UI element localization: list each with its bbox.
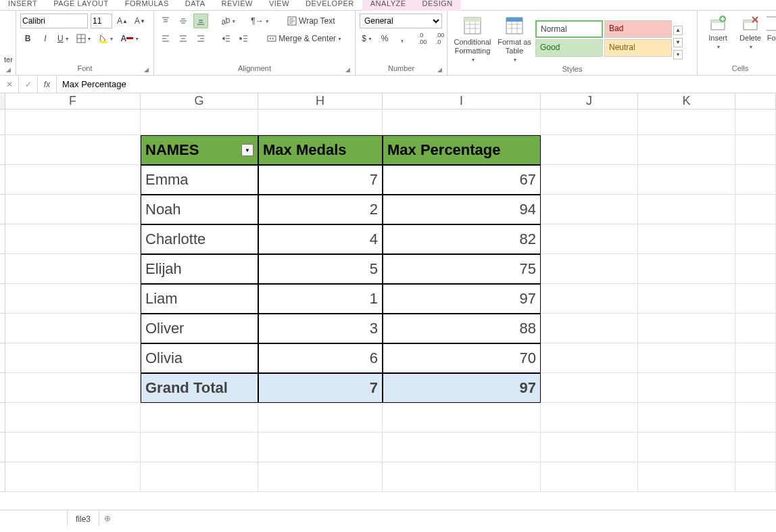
comma-format-icon[interactable]: ,	[395, 31, 410, 46]
tab-developer[interactable]: DEVELOPER	[297, 0, 362, 11]
pivot-cell[interactable]: 67	[383, 165, 541, 195]
tab-data[interactable]: DATA	[177, 0, 214, 11]
ltr-icon[interactable]: ¶→▼	[249, 14, 271, 28]
pivot-cell[interactable]: Olivia	[141, 343, 258, 373]
increase-font-icon[interactable]: A▲	[115, 14, 130, 28]
align-top-icon[interactable]	[158, 14, 173, 28]
orientation-icon[interactable]: ab▼	[219, 14, 238, 28]
pivot-cell[interactable]: 7	[258, 165, 383, 195]
tab-review[interactable]: REVIEW	[214, 0, 261, 11]
styles-scroll-down-icon[interactable]: ▼	[673, 38, 683, 47]
borders-button[interactable]: ▼	[74, 31, 94, 46]
italic-button[interactable]: I	[38, 31, 53, 46]
svg-rect-26	[464, 18, 481, 22]
clipboard-launcher-icon[interactable]: ◢	[6, 66, 14, 74]
font-color-button[interactable]: A▼	[118, 31, 141, 46]
font-size-combo[interactable]	[91, 14, 112, 28]
align-center-icon[interactable]	[176, 31, 191, 46]
col-header-H[interactable]: H	[258, 93, 383, 110]
col-header-I[interactable]: I	[383, 93, 541, 110]
fill-color-button[interactable]: ▼	[97, 31, 116, 46]
bold-button[interactable]: B	[20, 31, 35, 46]
pivot-cell[interactable]: 1	[258, 284, 383, 314]
insert-cells-label: Insert	[708, 34, 727, 43]
percent-format-icon[interactable]: %	[377, 31, 392, 46]
style-neutral[interactable]: Neutral	[604, 39, 672, 57]
pivot-cell[interactable]: 94	[383, 195, 541, 224]
svg-rect-3	[100, 41, 107, 43]
new-sheet-icon[interactable]: ⊕	[99, 514, 116, 523]
formula-input[interactable]	[57, 76, 776, 93]
pivot-cell[interactable]: 97	[383, 284, 541, 314]
wrap-text-button[interactable]: Wrap Text	[283, 14, 340, 28]
tab-formulas[interactable]: FORMULAS	[117, 0, 177, 11]
pivot-cell[interactable]: 4	[258, 224, 383, 254]
insert-cells-button[interactable]: Insert▼	[702, 14, 734, 64]
pivot-filter-icon[interactable]: ▼	[241, 144, 253, 156]
cancel-formula-icon[interactable]: ✕	[0, 76, 19, 93]
tab-design[interactable]: DESIGN	[414, 0, 461, 11]
delete-cells-button[interactable]: Delete▼	[734, 14, 767, 64]
align-right-icon[interactable]	[193, 31, 208, 46]
number-launcher-icon[interactable]: ◢	[437, 66, 445, 74]
select-all-corner[interactable]	[0, 93, 5, 110]
tab-view[interactable]: VIEW	[261, 0, 297, 11]
underline-button[interactable]: U▼	[55, 31, 72, 46]
pivot-cell[interactable]: 82	[383, 224, 541, 254]
col-header-F[interactable]: F	[5, 93, 141, 110]
pivot-cell[interactable]: Emma	[141, 165, 258, 195]
tab-insert[interactable]: INSERT	[0, 0, 45, 11]
accept-formula-icon[interactable]: ✓	[19, 76, 38, 93]
style-good[interactable]: Good	[535, 39, 603, 57]
styles-scroll-up-icon[interactable]: ▲	[673, 26, 683, 35]
pivot-header-pct[interactable]: Max Percentage	[383, 135, 541, 165]
pivot-cell[interactable]: Charlotte	[141, 224, 258, 254]
sheet-tab-file3[interactable]: file3	[68, 510, 99, 527]
format-as-table-label: Format as Table	[493, 38, 535, 55]
pivot-header-names[interactable]: NAMES▼	[141, 135, 258, 165]
pivot-cell[interactable]: 88	[383, 314, 541, 343]
decrease-font-icon[interactable]: A▼	[132, 14, 147, 28]
accounting-format-icon[interactable]: $▼	[360, 31, 374, 46]
tab-analyze[interactable]: ANALYZE	[362, 0, 414, 11]
style-bad[interactable]: Bad	[604, 20, 672, 38]
pivot-cell[interactable]: 2	[258, 195, 383, 224]
conditional-formatting-button[interactable]: Conditional Formatting▼	[452, 14, 493, 64]
pivot-header-medals[interactable]: Max Medals	[258, 135, 383, 165]
pivot-cell[interactable]: Noah	[141, 195, 258, 224]
decrease-decimal-icon[interactable]: .00.0	[433, 31, 447, 46]
styles-more-icon[interactable]: ▾	[673, 50, 683, 59]
pivot-total-medals[interactable]: 7	[258, 373, 383, 403]
pivot-cell[interactable]: 6	[258, 343, 383, 373]
align-bottom-icon[interactable]	[193, 14, 208, 28]
tab-page-layout[interactable]: PAGE LAYOUT	[45, 0, 117, 11]
pivot-cell[interactable]: Oliver	[141, 314, 258, 343]
style-normal[interactable]: Normal	[535, 20, 603, 38]
align-middle-icon[interactable]	[176, 14, 191, 28]
pivot-cell[interactable]: 3	[258, 314, 383, 343]
pivot-total-label[interactable]: Grand Total	[141, 373, 258, 403]
pivot-cell[interactable]: 70	[383, 343, 541, 373]
font-launcher-icon[interactable]: ◢	[144, 66, 152, 74]
pivot-cell[interactable]: Liam	[141, 284, 258, 314]
fx-icon[interactable]: fx	[38, 76, 57, 93]
pivot-cell[interactable]: 75	[383, 254, 541, 284]
cell-grid[interactable]: NAMES▼ Max Medals Max Percentage Emma 7 …	[0, 110, 776, 492]
col-header-end[interactable]	[735, 93, 776, 110]
increase-decimal-icon[interactable]: .0.00	[415, 31, 430, 46]
pivot-cell[interactable]: 5	[258, 254, 383, 284]
align-left-icon[interactable]	[158, 31, 173, 46]
number-format-combo[interactable]: General	[360, 14, 442, 28]
col-header-K[interactable]: K	[638, 93, 735, 110]
col-header-J[interactable]: J	[541, 93, 638, 110]
decrease-indent-icon[interactable]	[219, 31, 234, 46]
increase-indent-icon[interactable]	[237, 31, 251, 46]
pivot-cell[interactable]: Elijah	[141, 254, 258, 284]
alignment-launcher-icon[interactable]: ◢	[345, 66, 354, 74]
pivot-total-pct[interactable]: 97	[383, 373, 541, 403]
format-cells-button[interactable]: For	[767, 14, 776, 64]
merge-center-button[interactable]: Merge & Center▼	[262, 31, 347, 46]
format-as-table-button[interactable]: Format as Table▼	[493, 14, 535, 64]
col-header-G[interactable]: G	[141, 93, 258, 110]
font-name-combo[interactable]	[20, 14, 88, 28]
